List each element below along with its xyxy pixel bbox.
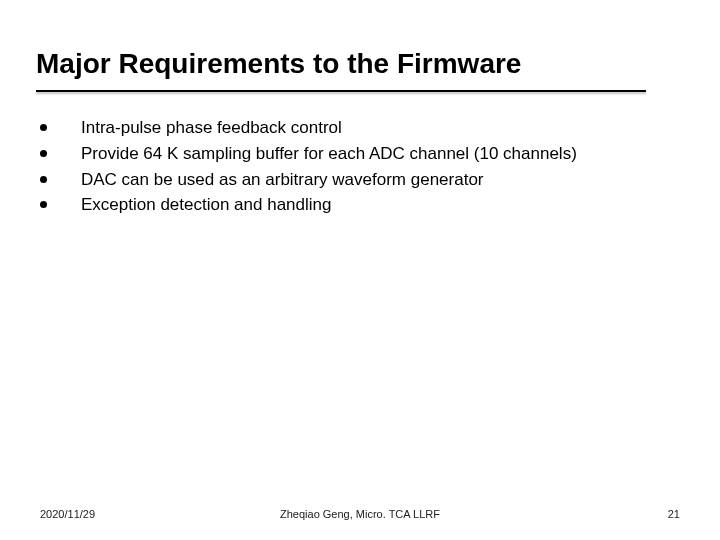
slide-footer: 2020/11/29 Zheqiao Geng, Micro. TCA LLRF…: [40, 508, 680, 520]
list-item: Provide 64 K sampling buffer for each AD…: [40, 142, 690, 166]
list-item: Exception detection and handling: [40, 193, 690, 217]
footer-date: 2020/11/29: [40, 508, 95, 520]
slide: Major Requirements to the Firmware Intra…: [0, 0, 720, 540]
title-block: Major Requirements to the Firmware: [36, 48, 684, 92]
list-item: DAC can be used as an arbitrary waveform…: [40, 168, 690, 192]
footer-page-number: 21: [668, 508, 680, 520]
bullet-text: DAC can be used as an arbitrary waveform…: [81, 168, 484, 192]
bullet-list: Intra-pulse phase feedback control Provi…: [40, 116, 690, 217]
slide-body: Intra-pulse phase feedback control Provi…: [40, 116, 690, 219]
footer-center: Zheqiao Geng, Micro. TCA LLRF: [40, 508, 680, 520]
bullet-text: Intra-pulse phase feedback control: [81, 116, 342, 140]
bullet-icon: [40, 150, 47, 157]
list-item: Intra-pulse phase feedback control: [40, 116, 690, 140]
bullet-text: Provide 64 K sampling buffer for each AD…: [81, 142, 577, 166]
bullet-icon: [40, 201, 47, 208]
bullet-icon: [40, 176, 47, 183]
bullet-text: Exception detection and handling: [81, 193, 331, 217]
slide-title: Major Requirements to the Firmware: [36, 48, 684, 86]
title-underline: [36, 90, 646, 92]
bullet-icon: [40, 124, 47, 131]
